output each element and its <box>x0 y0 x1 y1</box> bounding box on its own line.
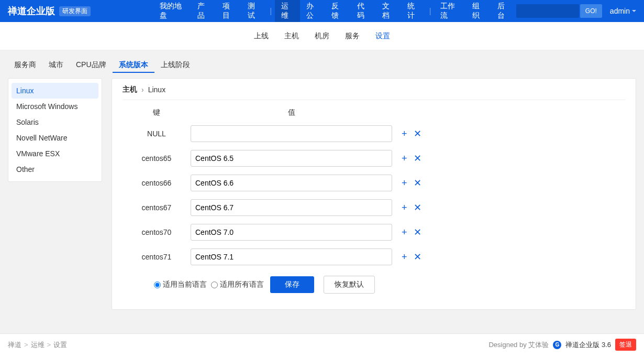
row-value-wrap <box>191 199 392 216</box>
sub-nav-item[interactable]: 服务 <box>337 31 368 41</box>
sub-nav-item[interactable]: 设置 <box>368 31 398 41</box>
chevron-right-icon: > <box>47 341 51 349</box>
top-nav-item[interactable]: 产品 <box>191 0 216 22</box>
brand-tag: 研发界面 <box>59 6 91 16</box>
search-go-button[interactable]: GO! <box>580 4 602 18</box>
main-panel: 主机 › Linux 键 值 NULL+✕centos65+✕centos66+… <box>112 78 636 310</box>
row-value-wrap <box>191 224 392 241</box>
version-text: 禅道企业版 3.6 <box>565 340 611 350</box>
chevron-right-icon: › <box>141 85 144 94</box>
top-nav-item[interactable]: 办公 <box>300 0 325 22</box>
brand-name: 禅道企业版 <box>8 5 55 17</box>
row-value-wrap <box>191 150 392 167</box>
value-input[interactable] <box>191 175 392 191</box>
plus-icon[interactable]: + <box>402 252 407 262</box>
top-nav-item[interactable]: 工作流 <box>434 0 465 22</box>
table-row: NULL+✕ <box>123 125 625 142</box>
header-value: 值 <box>191 108 392 117</box>
top-nav-item[interactable]: 反馈 <box>325 0 350 22</box>
tab-bar: 服务商城市CPU品牌系统版本上线阶段 <box>8 58 636 73</box>
crumb-current: Linux <box>148 85 165 94</box>
search-input[interactable] <box>516 4 579 18</box>
sub-nav-item[interactable]: 机房 <box>307 31 337 41</box>
value-input[interactable] <box>191 248 392 265</box>
sidebar-item[interactable]: Linux <box>12 83 98 99</box>
plus-icon[interactable]: + <box>402 228 407 237</box>
close-icon[interactable]: ✕ <box>414 228 421 237</box>
top-nav-item[interactable]: 代码 <box>351 0 376 22</box>
table-row: centos71+✕ <box>123 248 625 265</box>
row-key: centos71 <box>123 253 191 261</box>
save-button[interactable]: 保存 <box>270 276 314 293</box>
panel-breadcrumb: 主机 › Linux <box>123 85 625 100</box>
sidebar: LinuxMicrosoft WindowsSolarisNovell NetW… <box>8 78 102 182</box>
top-nav: 我的地盘产品项目测试|运维办公反馈代码文档统计|工作流组织后台 <box>153 0 516 22</box>
value-input[interactable] <box>191 224 392 241</box>
close-icon[interactable]: ✕ <box>414 129 421 138</box>
sub-nav-item[interactable]: 上线 <box>246 31 276 41</box>
plus-icon[interactable]: + <box>402 203 407 212</box>
close-icon[interactable]: ✕ <box>414 252 421 262</box>
close-icon[interactable]: ✕ <box>414 203 421 212</box>
top-nav-item[interactable]: 测试 <box>241 0 267 22</box>
plus-icon[interactable]: + <box>402 129 407 138</box>
sidebar-item[interactable]: VMware ESX <box>8 146 102 161</box>
restore-default-button[interactable]: 恢复默认 <box>324 276 375 294</box>
tab-item[interactable]: 城市 <box>42 58 70 73</box>
form-footer-row: 适用当前语言 适用所有语言 保存 恢复默认 <box>154 276 625 294</box>
close-icon[interactable]: ✕ <box>414 178 421 188</box>
user-menu[interactable]: admin <box>610 7 636 15</box>
sidebar-item[interactable]: Novell NetWare <box>8 130 102 146</box>
top-nav-item[interactable]: 统计 <box>401 0 426 22</box>
plus-icon[interactable]: + <box>402 178 407 188</box>
radio-current-language[interactable]: 适用当前语言 <box>154 280 207 289</box>
footer-crumb-item[interactable]: 禅道 <box>8 341 21 349</box>
radio-all-input[interactable] <box>211 282 218 288</box>
top-nav-item[interactable]: 组织 <box>466 0 491 22</box>
nav-separator: | <box>426 7 435 15</box>
logo-icon: G <box>553 341 561 349</box>
footer-crumb-item[interactable]: 设置 <box>53 341 67 349</box>
row-key: centos65 <box>123 154 191 163</box>
tab-item[interactable]: 系统版本 <box>113 58 154 73</box>
radio-all-languages[interactable]: 适用所有语言 <box>211 280 264 289</box>
close-icon[interactable]: ✕ <box>414 154 421 163</box>
radio-all-label: 适用所有语言 <box>220 280 264 289</box>
value-input[interactable] <box>191 199 392 216</box>
top-nav-item[interactable]: 项目 <box>216 0 241 22</box>
crumb-root: 主机 <box>123 85 137 94</box>
row-actions: +✕ <box>402 178 421 188</box>
chevron-right-icon: > <box>24 341 28 349</box>
tab-item[interactable]: 上线阶段 <box>154 58 196 73</box>
page-body: 服务商城市CPU品牌系统版本上线阶段 LinuxMicrosoft Window… <box>0 50 644 333</box>
sidebar-item[interactable]: Microsoft Windows <box>8 99 102 114</box>
plus-icon[interactable]: + <box>402 154 407 163</box>
content-row: LinuxMicrosoft WindowsSolarisNovell NetW… <box>8 78 636 310</box>
row-actions: +✕ <box>402 129 421 138</box>
row-value-wrap <box>191 175 392 191</box>
table-header-row: 键 值 <box>123 108 625 117</box>
footer-breadcrumb: 禅道>运维>设置 <box>8 340 67 350</box>
top-nav-item[interactable]: 后台 <box>491 0 516 22</box>
row-key: centos66 <box>123 179 191 187</box>
sub-nav-item[interactable]: 主机 <box>276 31 307 41</box>
top-nav-item[interactable]: 文档 <box>376 0 401 22</box>
nav-separator: | <box>267 7 275 15</box>
row-actions: +✕ <box>402 228 421 237</box>
row-actions: +✕ <box>402 252 421 262</box>
page-footer: 禅道>运维>设置 Designed by 艾体验 G 禅道企业版 3.6 签退 <box>0 333 644 355</box>
top-nav-item[interactable]: 我的地盘 <box>153 0 191 22</box>
sidebar-item[interactable]: Solaris <box>8 114 102 130</box>
value-input[interactable] <box>191 125 392 142</box>
top-navbar: 禅道企业版 研发界面 我的地盘产品项目测试|运维办公反馈代码文档统计|工作流组织… <box>0 0 644 22</box>
logout-button[interactable]: 签退 <box>615 339 636 351</box>
top-nav-item[interactable]: 运维 <box>275 0 300 22</box>
radio-current-input[interactable] <box>154 282 161 288</box>
footer-crumb-item[interactable]: 运维 <box>31 341 45 349</box>
tab-item[interactable]: 服务商 <box>8 58 42 73</box>
sidebar-item[interactable]: Other <box>8 161 102 177</box>
user-name: admin <box>610 7 630 15</box>
value-input[interactable] <box>191 150 392 167</box>
tab-item[interactable]: CPU品牌 <box>70 58 113 73</box>
caret-down-icon <box>632 10 636 12</box>
